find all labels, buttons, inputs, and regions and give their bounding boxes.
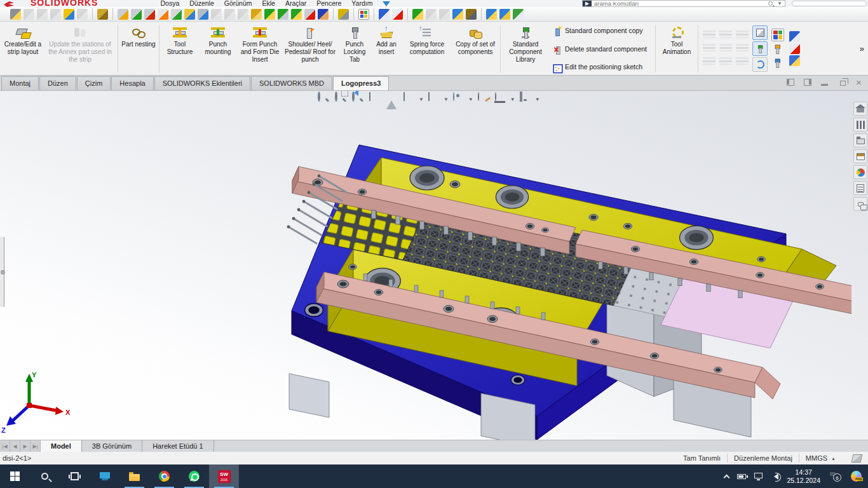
- rotate-tool-button[interactable]: [752, 57, 768, 72]
- view-palette-icon[interactable]: [853, 149, 867, 163]
- menu-gorunum[interactable]: Görünüm: [224, 0, 252, 7]
- task-view-button[interactable]: [60, 464, 90, 488]
- table-icon[interactable]: [426, 9, 437, 20]
- menu-pencere[interactable]: Pencere: [316, 0, 341, 7]
- collapse-left-pane-icon[interactable]: [786, 78, 794, 86]
- tool-animation-button[interactable]: Tool Animation: [658, 24, 696, 74]
- spring-force-icon[interactable]: [198, 9, 208, 20]
- edit-punch-toggle[interactable]: [752, 41, 768, 56]
- punch-mounting-button[interactable]: Punch mounting: [198, 24, 238, 74]
- start-button[interactable]: [0, 464, 30, 488]
- apply-scene-dropdown[interactable]: ▼: [510, 97, 515, 102]
- ribbon-overflow-button[interactable]: »: [857, 44, 867, 53]
- file-explorer-icon[interactable]: [853, 133, 867, 147]
- annotation-view-icon[interactable]: [386, 93, 399, 105]
- tab-scroll-next[interactable]: ▶: [20, 440, 31, 452]
- options-document-icon[interactable]: [513, 9, 524, 20]
- color-palette-button[interactable]: [771, 29, 784, 41]
- search-box[interactable]: ▶ ▼: [582, 0, 785, 7]
- restore-icon[interactable]: [837, 78, 846, 86]
- add-insert-button[interactable]: Add an insert: [371, 24, 402, 74]
- form-punch-icon[interactable]: [158, 9, 168, 20]
- tab-sw-eklentileri[interactable]: SOLIDWORKS Eklentileri: [154, 76, 250, 90]
- volume-icon[interactable]: [771, 473, 778, 480]
- solidworks-taskbar-button[interactable]: SW2016: [209, 464, 239, 488]
- menu-dosya[interactable]: Dosya: [160, 0, 179, 7]
- spring-force-button[interactable]: Spring force computation: [402, 24, 452, 74]
- window-components-button[interactable]: [789, 55, 800, 66]
- tool-structure-icon[interactable]: [118, 9, 128, 20]
- appearances-scenes-icon[interactable]: [853, 165, 867, 179]
- whatsapp-button[interactable]: [179, 464, 209, 488]
- search-scope-icon[interactable]: ▶: [583, 0, 592, 7]
- home-tab-icon[interactable]: [853, 102, 867, 116]
- part-nesting-icon[interactable]: [97, 9, 108, 20]
- component-wizard-icon[interactable]: [264, 9, 275, 20]
- tab-model[interactable]: Model: [41, 440, 82, 452]
- chrome-button[interactable]: [149, 464, 179, 488]
- tray-expand-icon[interactable]: [724, 474, 730, 480]
- battery-icon[interactable]: [737, 474, 746, 479]
- punch-options-button[interactable]: [771, 44, 783, 54]
- die-insert-icon[interactable]: [144, 9, 155, 20]
- whats-wrong-icon[interactable]: [499, 9, 510, 20]
- display-style-icon[interactable]: [428, 93, 441, 105]
- taskbar-clock[interactable]: 14:37 25.12.2024: [787, 468, 820, 485]
- close-icon[interactable]: ×: [855, 78, 863, 86]
- save-components-icon[interactable]: [379, 9, 390, 20]
- standard-component-library-button[interactable]: Standard Component Library: [503, 24, 548, 74]
- tab-scroll-prev[interactable]: ◀: [10, 440, 20, 452]
- zoom-fit-icon[interactable]: [318, 93, 330, 105]
- standard-component-copy-button[interactable]: Standard component copy: [551, 25, 651, 36]
- collapse-right-pane-icon[interactable]: [803, 78, 811, 86]
- copilot-icon[interactable]: PRE: [851, 471, 862, 482]
- menu-duzenle[interactable]: Düzenle: [189, 0, 214, 7]
- create-edit-strip-button[interactable]: Create/Edit a strip layout: [1, 24, 44, 74]
- edit-positioning-sketch-button[interactable]: Edit the positioning sketch: [551, 62, 651, 72]
- pair-components-icon[interactable]: [77, 9, 88, 20]
- zoom-area-icon[interactable]: [335, 93, 348, 105]
- form-punch-die-insert-button[interactable]: Form Punch and Form Die Insert: [238, 24, 282, 74]
- standard-punch-icon[interactable]: [278, 9, 288, 20]
- tab-cizim[interactable]: Çizim: [77, 76, 111, 90]
- punch-mounting-icon[interactable]: [131, 9, 142, 20]
- update-annex-stations-button[interactable]: Update the stations of the Annex part us…: [44, 24, 116, 74]
- view-cube-toggle[interactable]: [752, 25, 768, 40]
- taskbar-search-button[interactable]: [30, 464, 60, 488]
- search-icon[interactable]: [768, 1, 773, 6]
- view-settings-dropdown[interactable]: ▼: [535, 97, 540, 102]
- edit-appearance-icon[interactable]: [478, 93, 491, 105]
- layers-icon[interactable]: [224, 9, 235, 20]
- menu-pin-icon[interactable]: [383, 1, 390, 6]
- view-orientation-dropdown[interactable]: ▼: [419, 97, 424, 102]
- minimize-icon[interactable]: [820, 78, 829, 86]
- copy-set-components-button[interactable]: Copy of set of components: [452, 24, 498, 74]
- pc-settings-button[interactable]: [90, 464, 119, 488]
- station-down-icon[interactable]: [37, 9, 48, 20]
- tab-duzen[interactable]: Düzen: [39, 76, 76, 90]
- tab-hesapla[interactable]: Hesapla: [111, 76, 153, 90]
- design-library-icon[interactable]: [853, 118, 867, 132]
- station-up-icon[interactable]: [24, 9, 34, 20]
- notification-center-button[interactable]: 6: [829, 471, 843, 482]
- sheet-icon[interactable]: [211, 9, 222, 20]
- positioning-sketch-icon[interactable]: [318, 9, 329, 20]
- view-orientation-icon[interactable]: [403, 93, 416, 105]
- strip-layout-icon[interactable]: [10, 9, 21, 20]
- menu-yardim[interactable]: Yardım: [351, 0, 372, 7]
- help-icon[interactable]: [486, 9, 497, 20]
- menu-ekle[interactable]: Ekle: [262, 0, 275, 7]
- add-insert-icon[interactable]: [184, 9, 195, 20]
- tab-logopress3[interactable]: Logopress3: [333, 76, 389, 90]
- hide-show-dropdown[interactable]: ▼: [468, 97, 473, 102]
- display-style-dropdown[interactable]: ▼: [444, 97, 449, 102]
- part-nesting-button[interactable]: Part nesting: [120, 24, 157, 74]
- missing-references-button[interactable]: [789, 43, 800, 54]
- delete-standard-component-button[interactable]: Delete standard component: [551, 44, 651, 54]
- menu-araclar[interactable]: Araçlar: [285, 0, 306, 7]
- apply-scene-icon[interactable]: [495, 93, 508, 105]
- component-copy-icon[interactable]: [291, 9, 302, 20]
- update-strip-icon[interactable]: [64, 9, 74, 20]
- tool-animation-icon[interactable]: [338, 9, 349, 20]
- punch-dropdown-button[interactable]: [771, 58, 783, 68]
